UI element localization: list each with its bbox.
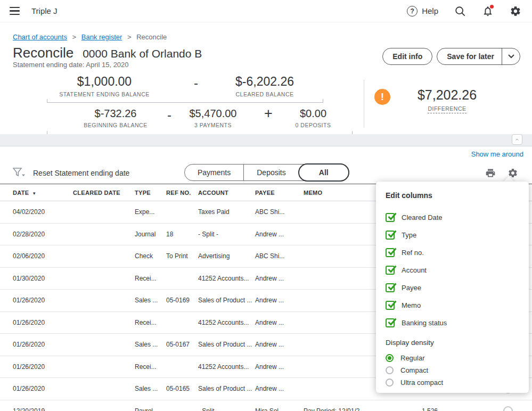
header-account[interactable]: ACCOUNT: [198, 190, 255, 196]
cell-type: Sales ...: [135, 341, 166, 348]
cleared-balance: $-6,202.26 CLEARED BALANCE: [209, 75, 321, 97]
summary-divider: [364, 80, 364, 128]
checkbox-checked-icon[interactable]: [386, 231, 395, 240]
checkbox-checked-icon[interactable]: [386, 318, 395, 327]
save-for-later-button[interactable]: Save for later: [437, 52, 502, 61]
cell-type: Payrol...: [135, 407, 166, 411]
checkbox-checked-icon[interactable]: [386, 266, 395, 275]
cell-memo: Pay Period: 12/01/2...: [304, 407, 398, 411]
column-checkbox-row[interactable]: Type: [386, 226, 518, 244]
breadcrumb-current: Reconcile: [136, 33, 167, 41]
filter-icon[interactable]: [13, 168, 26, 178]
help-button[interactable]: ? Help: [407, 6, 438, 17]
cell-date: 02/06/2020: [13, 252, 73, 260]
title-row: Reconcile 0000 Bank of Orlando B: [13, 45, 202, 61]
cell-date: 02/28/2020: [13, 231, 73, 238]
column-checkbox-row[interactable]: Payee: [386, 279, 518, 297]
warning-icon: !: [374, 89, 390, 105]
scroll-up-button[interactable]: [512, 134, 522, 145]
header-date[interactable]: DATE▼: [13, 190, 73, 196]
cell-date: 01/30/2020: [13, 275, 73, 282]
column-checkbox-label: Memo: [402, 301, 421, 309]
breadcrumb-chart-of-accounts[interactable]: Chart of accounts: [13, 33, 67, 41]
cell-ref-no: To Print: [166, 252, 198, 260]
notifications-icon[interactable]: [482, 5, 494, 17]
density-option-label: Regular: [400, 354, 425, 362]
radio-icon[interactable]: [386, 354, 394, 362]
cell-ref-no: 05-0165: [166, 385, 198, 392]
table-row[interactable]: 12/20/2019 Payrol... - Split - Mira Sol.…: [0, 400, 532, 411]
radio-icon[interactable]: [386, 379, 394, 387]
cell-payee: Andrew ...: [255, 275, 304, 282]
column-checkbox-row[interactable]: Memo: [386, 297, 518, 314]
top-navigation-bar: Triple J ? Help: [0, 0, 532, 22]
edit-columns-popup: Edit columns Cleared Date Type Ref no.: [376, 182, 529, 393]
show-me-around-link[interactable]: Show me around: [471, 150, 523, 158]
search-icon[interactable]: [454, 5, 466, 17]
header-type[interactable]: TYPE: [135, 190, 166, 196]
save-options-chevron-icon[interactable]: [502, 48, 520, 64]
checkbox-checked-icon[interactable]: [386, 283, 395, 292]
print-icon[interactable]: [485, 168, 496, 178]
cell-date: 01/26/2020: [13, 319, 73, 326]
cell-payee: Andrew ...: [255, 385, 304, 392]
checkbox-checked-icon[interactable]: [386, 301, 395, 310]
cell-payee: ABC Shi...: [255, 208, 304, 216]
density-option-label: Ultra compact: [400, 379, 443, 387]
transaction-filter-tabs: Payments Deposits All: [184, 164, 349, 181]
filter-tab-label: Payments: [198, 168, 231, 177]
cell-type: Sales ...: [135, 297, 166, 304]
reset-statement-ending-date[interactable]: Reset Statement ending date: [33, 169, 129, 177]
cell-payee: Mira Sol...: [255, 407, 304, 411]
breadcrumb: Chart of accounts > Bank register > Reco…: [13, 33, 167, 41]
radio-icon[interactable]: [386, 366, 394, 374]
filter-tab[interactable]: Deposits: [243, 165, 298, 180]
menu-icon[interactable]: [7, 5, 22, 18]
cell-account: Sales of Product ...: [198, 385, 255, 392]
summary-bracket-top: [47, 99, 323, 103]
filter-tab[interactable]: All: [298, 163, 349, 182]
filter-tab[interactable]: Payments: [185, 165, 243, 180]
cell-date: 01/26/2020: [13, 297, 73, 304]
payments-total: $5,470.00 3 PAYMENTS: [179, 108, 247, 128]
cell-account: - Split -: [198, 407, 255, 411]
page-title: Reconcile: [13, 45, 73, 61]
account-name: 0000 Bank of Orlando B: [83, 47, 202, 60]
column-checkbox-row[interactable]: Ref no.: [386, 244, 518, 261]
column-checkbox-label: Ref no.: [402, 249, 424, 257]
cell-payee: Andrew ...: [255, 319, 304, 326]
checkbox-checked-icon[interactable]: [386, 248, 395, 257]
cell-date: 01/26/2020: [13, 363, 73, 371]
breadcrumb-bank-register[interactable]: Bank register: [81, 33, 122, 41]
cell-account: Sales of Product ...: [198, 341, 255, 348]
density-option-row[interactable]: Ultra compact: [386, 376, 518, 389]
topbar-left: Triple J: [7, 5, 58, 18]
display-density-label: Display density: [386, 339, 518, 347]
cell-account: Taxes Paid: [198, 208, 255, 216]
beginning-balance: $-732.26 BEGINNING BALANCE: [68, 108, 163, 128]
edit-info-button[interactable]: Edit info: [382, 48, 432, 65]
density-option-row[interactable]: Regular: [386, 352, 518, 364]
density-option-row[interactable]: Compact: [386, 364, 518, 376]
topbar-right: ? Help: [407, 5, 521, 17]
mark-cleared-toggle[interactable]: [503, 406, 513, 411]
header-cleared-date[interactable]: CLEARED DATE: [73, 190, 135, 196]
toolbar-icons: [485, 168, 518, 178]
cell-account: 41252 Accounts...: [198, 275, 255, 282]
header-payee[interactable]: PAYEE: [255, 190, 304, 196]
column-checkbox-row[interactable]: Banking status: [386, 314, 518, 332]
cell-account: Sales of Product ...: [198, 297, 255, 304]
edit-columns-title: Edit columns: [386, 191, 518, 200]
column-checkbox-label: Cleared Date: [402, 213, 443, 221]
checkbox-checked-icon[interactable]: [386, 213, 395, 222]
header-ref-no[interactable]: REF NO.: [166, 190, 198, 196]
column-checkbox-row[interactable]: Account: [386, 261, 518, 279]
plus-operator: +: [261, 105, 276, 122]
help-icon: ?: [407, 6, 418, 17]
breadcrumb-separator: >: [127, 33, 132, 41]
settings-gear-icon[interactable]: [510, 5, 521, 17]
column-checkbox-row[interactable]: Cleared Date: [386, 209, 518, 226]
cell-payee: Andrew ...: [255, 341, 304, 348]
cell-type: Sales ...: [135, 385, 166, 392]
cell-date: 04/02/2020: [13, 208, 73, 216]
